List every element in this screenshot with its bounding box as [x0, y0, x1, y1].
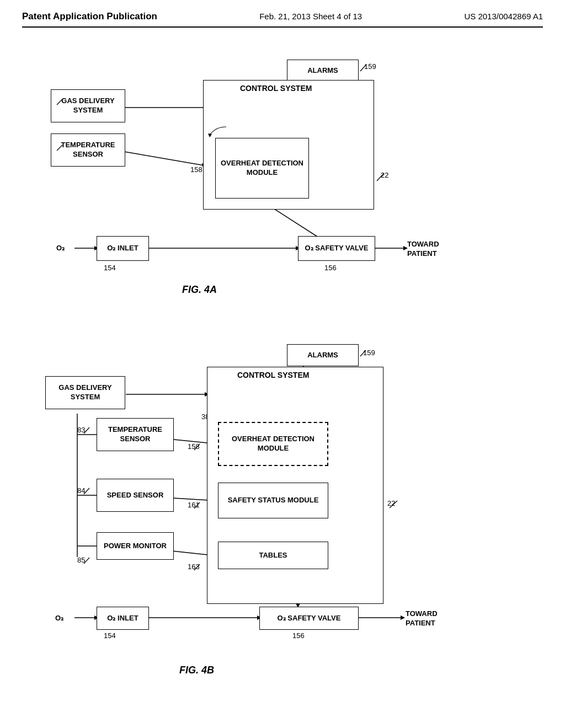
svg-line-16	[57, 99, 62, 105]
fig4b-ref159-arrow	[358, 349, 369, 360]
diagram-fig4a: 38 20 83 159 158 22 154 156 ALARMS GAS D…	[22, 44, 543, 314]
fig4a-o2-inlet-box: O₂ INLET	[97, 236, 149, 261]
page: Patent Application Publication Feb. 21, …	[0, 0, 565, 728]
fig4a-label: FIG. 4A	[182, 284, 217, 296]
fig4b-temp-sensor-box: TEMPERATURE SENSOR	[97, 418, 174, 451]
fig4b-speed-sensor-box: SPEED SENSOR	[97, 479, 174, 512]
svg-line-48	[194, 444, 200, 450]
svg-line-47	[360, 350, 366, 356]
svg-line-50	[194, 564, 200, 570]
fig4b-toward-patient: TOWARDPATIENT	[406, 609, 438, 628]
fig4a-ref38-curve	[204, 124, 232, 141]
fig4b-ref-154: 154	[104, 631, 116, 640]
svg-line-45	[84, 488, 89, 494]
fig4a-overheat-box: OVERHEAT DETECTION MODULE	[215, 138, 309, 199]
fig4b-ref158-arrow	[191, 442, 202, 453]
diagram-fig4b: 38 20 83 84 85 159 158	[22, 336, 543, 700]
fig4a-toward-patient: TOWARDPATIENT	[407, 240, 439, 259]
fig4a-control-system-label: CONTROL SYSTEM	[240, 84, 312, 93]
fig4a-ref83-arrow	[54, 142, 65, 153]
fig4a-o2-label: O₂	[56, 244, 65, 252]
fig4b-gas-delivery-box: GAS DELIVERY SYSTEM	[45, 376, 125, 409]
svg-line-49	[194, 502, 200, 508]
fig4b-ref161-arrow	[191, 501, 202, 512]
svg-marker-15	[208, 133, 212, 137]
fig4b-o2-safety-box: O₂ SAFETY VALVE	[259, 607, 359, 630]
fig4b-label: FIG. 4B	[179, 665, 214, 676]
fig4a-ref22-arrow	[372, 171, 386, 185]
fig4b-ref83-arrow	[81, 426, 92, 437]
fig4b-ref85-arrow	[81, 556, 92, 567]
fig4b-control-system-label: CONTROL SYSTEM	[237, 371, 309, 379]
fig4b-ref84-arrow	[81, 486, 92, 497]
fig4b-ref163-arrow	[191, 563, 202, 574]
fig4a-alarms-box: ALARMS	[287, 60, 359, 82]
fig4a-ref-156: 156	[324, 264, 337, 272]
svg-line-17	[57, 145, 62, 151]
fig4b-ref-156: 156	[292, 631, 305, 640]
header-patent-number: US 2013/0042869 A1	[464, 12, 543, 21]
svg-line-4	[124, 152, 204, 165]
fig4b-overheat-box: OVERHEAT DETECTION MODULE	[218, 422, 328, 466]
fig4b-power-monitor-box: POWER MONITOR	[97, 532, 174, 560]
fig4b-alarms-box: ALARMS	[287, 344, 359, 366]
svg-line-46	[84, 558, 89, 564]
fig4b-tables-box: TABLES	[218, 542, 328, 569]
fig4b-o2-label: O₂	[55, 614, 63, 622]
fig4b-o2-inlet-box: O₂ INLET	[97, 607, 149, 630]
fig4b-ref22-arrow	[385, 499, 399, 513]
header: Patent Application Publication Feb. 21, …	[22, 11, 543, 28]
header-date-sheet: Feb. 21, 2013 Sheet 4 of 13	[259, 12, 362, 21]
fig4a-ref-154: 154	[104, 264, 116, 272]
fig4a-ref-158: 158	[190, 165, 202, 174]
svg-line-51	[390, 501, 397, 508]
header-publication: Patent Application Publication	[22, 11, 157, 22]
svg-line-19	[360, 65, 366, 71]
svg-marker-37	[401, 615, 405, 620]
fig4a-ref159-arrow	[358, 63, 369, 74]
svg-line-44	[84, 427, 89, 433]
fig4b-safety-status-box: SAFETY STATUS MODULE	[218, 483, 328, 518]
fig4a-o2-safety-box: O₂ SAFETY VALVE	[298, 236, 375, 261]
fig4a-ref20-arrow	[54, 97, 65, 108]
svg-line-18	[377, 174, 383, 181]
